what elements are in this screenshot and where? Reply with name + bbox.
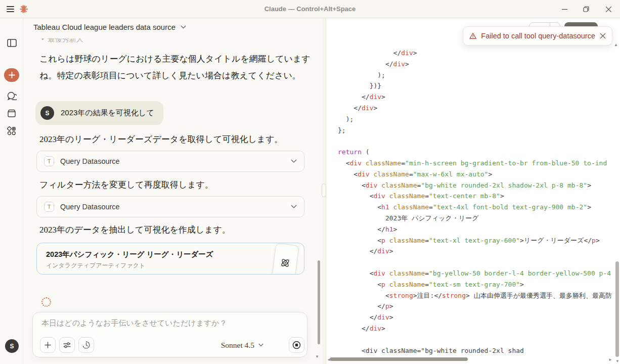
scroll-down-arrow[interactable]: ▼ (615, 359, 619, 363)
scroll-up-arrow[interactable]: ▲ (614, 43, 618, 47)
new-chat-button[interactable] (4, 68, 19, 82)
conversation-title: Tableau Cloud league leaders data source (33, 23, 175, 31)
code-line: ); (338, 70, 613, 81)
assistant-text-line: ね。特定の表彰項目について詳しく見たい場合は教えてください。 (39, 67, 311, 84)
code-line: </div> (338, 246, 613, 257)
code-line: return ( (338, 147, 613, 158)
code-line: </div> (338, 59, 613, 70)
tool-call-query-datasource[interactable]: T Query Datasource (36, 151, 304, 172)
user-avatar: S (40, 106, 54, 120)
panel-resize-divider[interactable] (322, 18, 326, 364)
user-message: S 2023年の結果を可視化して (35, 101, 163, 125)
history-button[interactable] (78, 337, 94, 353)
assistant-step-text: 2023年のリーグ・リーダーズデータを取得して可視化します。 (39, 133, 283, 145)
code-line: </div> (338, 48, 613, 59)
code-line: <p className="text-sm text-gray-700"> (338, 279, 613, 290)
clock-history-icon (82, 341, 90, 349)
code-vscrollbar-thumb[interactable] (615, 261, 619, 357)
plus-icon (45, 342, 51, 348)
window-title: Claude — Control+Alt+Space (0, 0, 620, 18)
model-name: Sonnet 4.5 (221, 341, 254, 350)
code-line: <strong>注目:</strong> 山本由伸選手が最優秀選手、最多勝利、最… (338, 290, 613, 301)
assistant-message: これらは野球のリーグにおける主要な個人タイトルを網羅しています ね。特定の表彰項… (39, 51, 311, 84)
left-rail: S (0, 18, 23, 364)
chevron-down-icon (291, 205, 297, 209)
chats-icon[interactable] (4, 87, 20, 104)
artifact-code-panel: Failed to call tool query-datasource </d… (326, 18, 620, 364)
code-line: }; (338, 125, 613, 136)
toast-message: Failed to call tool query-datasource (481, 32, 595, 40)
stop-icon (292, 341, 301, 349)
stop-button[interactable] (289, 337, 304, 353)
code-line (338, 334, 613, 345)
account-avatar[interactable]: S (5, 339, 19, 353)
code-line: <div className="max-w-6xl mx-auto"> (338, 169, 613, 180)
chevron-down-icon (258, 343, 263, 347)
conversation-title-menu[interactable]: Tableau Cloud league leaders data source (33, 23, 186, 31)
code-line: </h1> (338, 224, 613, 235)
artifact-subtitle: インタラクティブアーティファクト (46, 261, 145, 270)
chat-panel: Tableau Cloud league leaders data source… (23, 18, 322, 364)
assistant-step-text: 2023年のデータを抽出して可視化を作成します。 (39, 224, 231, 236)
code-line: <div className="bg-yellow-50 border-l-4 … (338, 268, 613, 279)
code-line: <div className="text-center mb-8"> (338, 191, 613, 202)
code-line: <h1 className="text-4xl font-bold text-g… (338, 202, 613, 213)
chat-scrollbar-thumb[interactable] (318, 260, 320, 344)
close-button[interactable] (601, 0, 616, 18)
scroll-down-arrow[interactable]: ▼ (315, 355, 319, 359)
message-input[interactable] (41, 318, 294, 327)
composer: Sonnet 4.5 (32, 312, 307, 357)
artifact-card[interactable]: 2023年パシフィック・リーグ リーグ・リーダーズ インタラクティブアーティファ… (36, 243, 304, 275)
model-selector[interactable]: Sonnet 4.5 (221, 337, 263, 353)
atom-icon (279, 257, 292, 269)
clipped-list-item: • 最優秀新人 (41, 38, 83, 45)
code-line: ); (338, 114, 613, 125)
user-message-text: 2023年の結果を可視化して (61, 108, 154, 118)
tool-label: Query Datasource (60, 203, 120, 211)
code-line: <div className="min-h-screen bg-gradient… (338, 158, 613, 169)
restore-button[interactable] (579, 0, 594, 18)
loading-spinner-icon (41, 297, 51, 307)
scroll-right-arrow[interactable]: ► (608, 358, 612, 362)
assistant-step-text: フィルター方法を変更して再度取得します。 (39, 179, 213, 191)
sliders-icon (63, 342, 71, 348)
assistant-text-line: これらは野球のリーグにおける主要な個人タイトルを網羅しています (39, 51, 311, 67)
code-line: 2023年 パシフィック・リーグ (338, 213, 613, 224)
sidebar-toggle-icon[interactable] (4, 35, 20, 51)
code-line: })} (338, 80, 613, 92)
code-line: </div> (338, 312, 613, 323)
code-line: </div> (338, 103, 613, 114)
minimize-button[interactable] (557, 0, 572, 18)
tool-label: Query Datasource (60, 157, 120, 165)
app-window: Claude — Control+Alt+Space (0, 0, 620, 364)
code-line (338, 135, 613, 147)
code-line: </p> (338, 301, 613, 312)
code-line (338, 257, 613, 268)
code-line: <div className="bg-white rounded-2xl sha… (338, 180, 613, 191)
divider-drag-handle[interactable] (322, 184, 326, 197)
chevron-down-icon (291, 159, 297, 163)
code-editor[interactable]: </div> </div> ); })} </div> </div> );};r… (338, 48, 613, 356)
code-hscrollbar-thumb[interactable] (330, 357, 468, 361)
toast-close-icon[interactable] (600, 33, 606, 39)
code-line: <div className="bg-white rounded-2xl sha… (338, 345, 613, 356)
artifact-title: 2023年パシフィック・リーグ リーグ・リーダーズ (46, 250, 213, 259)
code-line: </div> (338, 92, 613, 103)
code-line: </div> (338, 323, 613, 334)
chevron-down-icon (181, 25, 186, 29)
code-line: <p className="text-xl text-gray-600">リーグ… (338, 235, 613, 246)
tool-icon: T (44, 202, 54, 212)
attach-button[interactable] (40, 337, 56, 353)
tool-icon: T (44, 156, 54, 166)
warning-icon (469, 32, 476, 40)
projects-icon[interactable] (4, 105, 20, 121)
error-toast: Failed to call tool query-datasource (463, 26, 612, 46)
artifact-preview-thumbnail (272, 243, 299, 275)
tools-button[interactable] (59, 337, 75, 353)
titlebar: Claude — Control+Alt+Space (0, 0, 620, 18)
connectors-icon[interactable] (4, 123, 20, 139)
tool-call-query-datasource[interactable]: T Query Datasource (36, 196, 304, 217)
